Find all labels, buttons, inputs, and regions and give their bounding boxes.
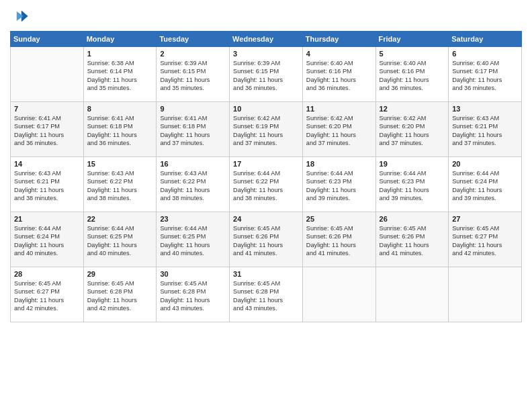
day-number: 5 [380, 50, 445, 58]
day-info: Sunrise: 6:41 AMSunset: 6:17 PMDaylight:… [14, 114, 80, 148]
page: SundayMondayTuesdayWednesdayThursdayFrid… [0, 0, 532, 411]
day-info: Sunrise: 6:40 AMSunset: 6:17 PMDaylight:… [452, 59, 518, 93]
day-number: 19 [380, 160, 445, 168]
day-number: 1 [87, 50, 153, 58]
day-info: Sunrise: 6:39 AMSunset: 6:15 PMDaylight:… [233, 59, 299, 93]
day-number: 17 [233, 160, 299, 168]
calendar-cell [11, 47, 84, 102]
calendar-cell: 12Sunrise: 6:42 AMSunset: 6:20 PMDayligh… [375, 102, 449, 157]
day-info: Sunrise: 6:40 AMSunset: 6:16 PMDaylight:… [380, 59, 445, 93]
day-info: Sunrise: 6:45 AMSunset: 6:26 PMDaylight:… [233, 224, 299, 258]
day-info: Sunrise: 6:44 AMSunset: 6:22 PMDaylight:… [233, 169, 299, 203]
calendar-cell [449, 267, 522, 322]
weekday-header-row: SundayMondayTuesdayWednesdayThursdayFrid… [11, 32, 522, 47]
day-info: Sunrise: 6:44 AMSunset: 6:25 PMDaylight:… [87, 224, 153, 258]
logo [10, 7, 32, 26]
day-number: 21 [14, 215, 80, 223]
calendar-cell: 10Sunrise: 6:42 AMSunset: 6:19 PMDayligh… [230, 102, 303, 157]
day-number: 14 [14, 160, 80, 168]
day-number: 8 [87, 105, 153, 113]
calendar-cell: 9Sunrise: 6:41 AMSunset: 6:18 PMDaylight… [157, 102, 230, 157]
calendar-week-row: 21Sunrise: 6:44 AMSunset: 6:24 PMDayligh… [11, 212, 522, 267]
day-number: 29 [87, 270, 153, 278]
day-info: Sunrise: 6:43 AMSunset: 6:22 PMDaylight:… [87, 169, 153, 203]
weekday-header-monday: Monday [83, 32, 157, 47]
calendar-cell: 8Sunrise: 6:41 AMSunset: 6:18 PMDaylight… [83, 102, 157, 157]
calendar-week-row: 1Sunrise: 6:38 AMSunset: 6:14 PMDaylight… [11, 47, 522, 102]
calendar-cell [302, 267, 375, 322]
day-info: Sunrise: 6:43 AMSunset: 6:21 PMDaylight:… [14, 169, 80, 203]
day-info: Sunrise: 6:45 AMSunset: 6:28 PMDaylight:… [233, 279, 299, 313]
calendar-cell: 28Sunrise: 6:45 AMSunset: 6:27 PMDayligh… [11, 267, 84, 322]
day-number: 2 [160, 50, 226, 58]
calendar-cell: 24Sunrise: 6:45 AMSunset: 6:26 PMDayligh… [230, 212, 303, 267]
header [10, 7, 522, 26]
day-number: 6 [452, 50, 518, 58]
day-info: Sunrise: 6:42 AMSunset: 6:19 PMDaylight:… [233, 114, 299, 148]
day-number: 15 [87, 160, 153, 168]
calendar-cell: 7Sunrise: 6:41 AMSunset: 6:17 PMDaylight… [11, 102, 84, 157]
day-info: Sunrise: 6:44 AMSunset: 6:24 PMDaylight:… [452, 169, 518, 203]
calendar-cell: 23Sunrise: 6:44 AMSunset: 6:25 PMDayligh… [157, 212, 230, 267]
calendar-cell: 18Sunrise: 6:44 AMSunset: 6:23 PMDayligh… [302, 157, 375, 212]
calendar-cell: 19Sunrise: 6:44 AMSunset: 6:23 PMDayligh… [375, 157, 449, 212]
day-number: 12 [380, 105, 445, 113]
day-info: Sunrise: 6:45 AMSunset: 6:27 PMDaylight:… [452, 224, 518, 258]
calendar-table: SundayMondayTuesdayWednesdayThursdayFrid… [10, 31, 522, 322]
weekday-header-wednesday: Wednesday [230, 32, 303, 47]
calendar-cell: 13Sunrise: 6:43 AMSunset: 6:21 PMDayligh… [449, 102, 522, 157]
day-number: 7 [14, 105, 80, 113]
day-number: 20 [452, 160, 518, 168]
logo-icon [10, 7, 29, 26]
day-number: 3 [233, 50, 299, 58]
calendar-cell: 29Sunrise: 6:45 AMSunset: 6:28 PMDayligh… [83, 267, 157, 322]
day-number: 25 [306, 215, 372, 223]
day-info: Sunrise: 6:43 AMSunset: 6:21 PMDaylight:… [452, 114, 518, 148]
day-info: Sunrise: 6:44 AMSunset: 6:24 PMDaylight:… [14, 224, 80, 258]
weekday-header-thursday: Thursday [302, 32, 375, 47]
day-info: Sunrise: 6:41 AMSunset: 6:18 PMDaylight:… [87, 114, 153, 148]
calendar-cell: 15Sunrise: 6:43 AMSunset: 6:22 PMDayligh… [83, 157, 157, 212]
calendar-cell: 1Sunrise: 6:38 AMSunset: 6:14 PMDaylight… [83, 47, 157, 102]
day-info: Sunrise: 6:39 AMSunset: 6:15 PMDaylight:… [160, 59, 226, 93]
day-info: Sunrise: 6:45 AMSunset: 6:26 PMDaylight:… [380, 224, 445, 258]
calendar-cell: 31Sunrise: 6:45 AMSunset: 6:28 PMDayligh… [230, 267, 303, 322]
day-info: Sunrise: 6:44 AMSunset: 6:23 PMDaylight:… [306, 169, 372, 203]
calendar-cell: 3Sunrise: 6:39 AMSunset: 6:15 PMDaylight… [230, 47, 303, 102]
calendar-week-row: 28Sunrise: 6:45 AMSunset: 6:27 PMDayligh… [11, 267, 522, 322]
day-number: 24 [233, 215, 299, 223]
day-number: 18 [306, 160, 372, 168]
day-info: Sunrise: 6:45 AMSunset: 6:28 PMDaylight:… [87, 279, 153, 313]
calendar-cell [375, 267, 449, 322]
weekday-header-tuesday: Tuesday [157, 32, 230, 47]
day-info: Sunrise: 6:44 AMSunset: 6:25 PMDaylight:… [160, 224, 226, 258]
day-number: 30 [160, 270, 226, 278]
calendar-cell: 27Sunrise: 6:45 AMSunset: 6:27 PMDayligh… [449, 212, 522, 267]
calendar-cell: 26Sunrise: 6:45 AMSunset: 6:26 PMDayligh… [375, 212, 449, 267]
day-info: Sunrise: 6:42 AMSunset: 6:20 PMDaylight:… [306, 114, 372, 148]
day-info: Sunrise: 6:42 AMSunset: 6:20 PMDaylight:… [380, 114, 445, 148]
day-info: Sunrise: 6:45 AMSunset: 6:27 PMDaylight:… [14, 279, 80, 313]
day-number: 9 [160, 105, 226, 113]
day-number: 10 [233, 105, 299, 113]
day-info: Sunrise: 6:40 AMSunset: 6:16 PMDaylight:… [306, 59, 372, 93]
day-info: Sunrise: 6:44 AMSunset: 6:23 PMDaylight:… [380, 169, 445, 203]
calendar-cell: 2Sunrise: 6:39 AMSunset: 6:15 PMDaylight… [157, 47, 230, 102]
day-info: Sunrise: 6:45 AMSunset: 6:28 PMDaylight:… [160, 279, 226, 313]
calendar-cell: 22Sunrise: 6:44 AMSunset: 6:25 PMDayligh… [83, 212, 157, 267]
calendar-cell: 17Sunrise: 6:44 AMSunset: 6:22 PMDayligh… [230, 157, 303, 212]
calendar-cell: 16Sunrise: 6:43 AMSunset: 6:22 PMDayligh… [157, 157, 230, 212]
day-number: 27 [452, 215, 518, 223]
weekday-header-saturday: Saturday [449, 32, 522, 47]
day-info: Sunrise: 6:38 AMSunset: 6:14 PMDaylight:… [87, 59, 153, 93]
day-number: 23 [160, 215, 226, 223]
day-number: 26 [380, 215, 445, 223]
day-number: 31 [233, 270, 299, 278]
calendar-cell: 25Sunrise: 6:45 AMSunset: 6:26 PMDayligh… [302, 212, 375, 267]
weekday-header-sunday: Sunday [11, 32, 84, 47]
day-info: Sunrise: 6:45 AMSunset: 6:26 PMDaylight:… [306, 224, 372, 258]
day-number: 28 [14, 270, 80, 278]
calendar-cell: 11Sunrise: 6:42 AMSunset: 6:20 PMDayligh… [302, 102, 375, 157]
day-number: 13 [452, 105, 518, 113]
calendar-cell: 30Sunrise: 6:45 AMSunset: 6:28 PMDayligh… [157, 267, 230, 322]
